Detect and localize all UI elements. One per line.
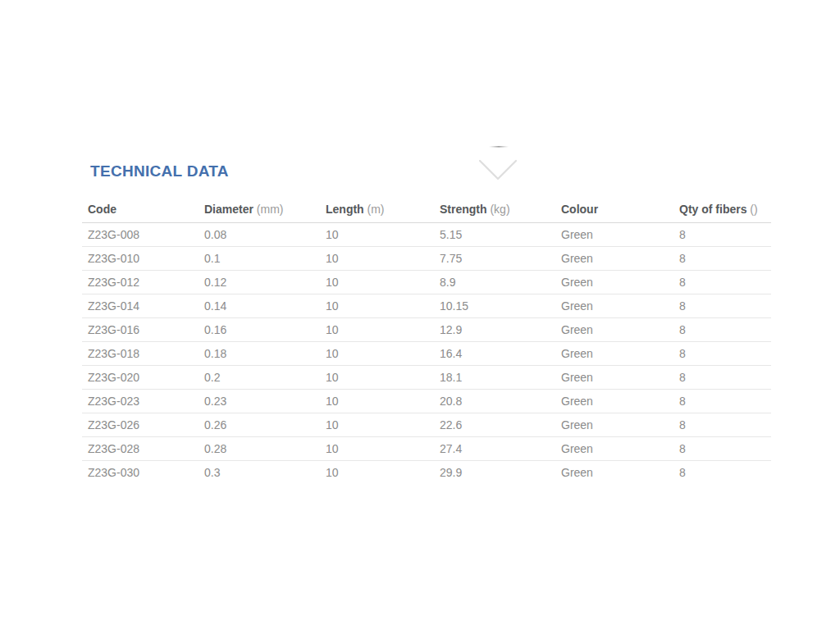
- cell-colour: Green: [555, 270, 673, 294]
- cell-code: Z23G-020: [82, 365, 199, 389]
- cell-diameter: 0.18: [199, 341, 320, 365]
- cell-colour: Green: [555, 365, 673, 389]
- cell-diameter: 0.16: [199, 317, 320, 341]
- cell-strength: 8.9: [434, 270, 555, 294]
- cell-colour: Green: [555, 460, 673, 484]
- column-header-length: Length (m): [320, 201, 434, 222]
- cell-length: 10: [320, 436, 434, 460]
- cell-qty: 8: [673, 389, 771, 413]
- column-header-code: Code: [82, 201, 199, 222]
- column-label: Length: [326, 203, 364, 216]
- cell-colour: Green: [555, 222, 673, 246]
- table-row: Z23G-030 0.3 10 29.9 Green 8: [82, 460, 771, 484]
- cell-strength: 22.6: [434, 413, 555, 436]
- cell-qty: 8: [673, 436, 771, 460]
- column-label: Code: [88, 203, 116, 216]
- table-row: Z23G-014 0.14 10 10.15 Green 8: [82, 294, 771, 317]
- cell-strength: 16.4: [434, 341, 555, 365]
- cell-length: 10: [320, 317, 434, 341]
- cell-length: 10: [320, 246, 434, 270]
- cell-code: Z23G-012: [82, 270, 199, 294]
- cell-qty: 8: [673, 365, 771, 389]
- cell-colour: Green: [555, 246, 673, 270]
- table-row: Z23G-020 0.2 10 18.1 Green 8: [82, 365, 771, 389]
- cell-diameter: 0.14: [199, 294, 320, 317]
- column-header-qty-of-fibers: Qty of fibers (): [673, 201, 771, 222]
- cell-strength: 27.4: [434, 436, 555, 460]
- table-row: Z23G-016 0.16 10 12.9 Green 8: [82, 317, 771, 341]
- cell-length: 10: [320, 222, 434, 246]
- chevron-down-icon: [474, 139, 522, 182]
- section-title: TECHNICAL DATA: [90, 162, 229, 180]
- table-header-row: Code Diameter (mm) Length (m) Strength (…: [82, 201, 771, 222]
- cell-code: Z23G-008: [82, 222, 199, 246]
- cell-strength: 18.1: [434, 365, 555, 389]
- cell-code: Z23G-016: [82, 317, 199, 341]
- cell-code: Z23G-026: [82, 413, 199, 436]
- cell-colour: Green: [555, 294, 673, 317]
- cell-length: 10: [320, 365, 434, 389]
- cell-length: 10: [320, 460, 434, 484]
- cell-colour: Green: [555, 341, 673, 365]
- column-unit: (mm): [257, 203, 284, 216]
- table-row: Z23G-010 0.1 10 7.75 Green 8: [82, 246, 771, 270]
- cell-qty: 8: [673, 246, 771, 270]
- cell-code: Z23G-010: [82, 246, 199, 270]
- column-header-colour: Colour: [555, 201, 673, 222]
- cell-qty: 8: [673, 413, 771, 436]
- cell-code: Z23G-023: [82, 389, 199, 413]
- cell-length: 10: [320, 389, 434, 413]
- table-row: Z23G-008 0.08 10 5.15 Green 8: [82, 222, 771, 246]
- cell-strength: 7.75: [434, 246, 555, 270]
- cell-diameter: 0.08: [199, 222, 320, 246]
- table-row: Z23G-012 0.12 10 8.9 Green 8: [82, 270, 771, 294]
- column-label: Colour: [561, 203, 598, 216]
- cell-qty: 8: [673, 270, 771, 294]
- column-header-diameter: Diameter (mm): [199, 201, 320, 222]
- cell-diameter: 0.12: [199, 270, 320, 294]
- cell-strength: 20.8: [434, 389, 555, 413]
- cell-length: 10: [320, 341, 434, 365]
- table-row: Z23G-023 0.23 10 20.8 Green 8: [82, 389, 771, 413]
- cell-qty: 8: [673, 317, 771, 341]
- cell-code: Z23G-028: [82, 436, 199, 460]
- cell-strength: 10.15: [434, 294, 555, 317]
- column-unit: (): [750, 203, 757, 216]
- cell-code: Z23G-014: [82, 294, 199, 317]
- table-row: Z23G-026 0.26 10 22.6 Green 8: [82, 413, 771, 436]
- cell-qty: 8: [673, 222, 771, 246]
- cell-code: Z23G-018: [82, 341, 199, 365]
- cell-diameter: 0.2: [199, 365, 320, 389]
- column-header-strength: Strength (kg): [434, 201, 555, 222]
- cell-diameter: 0.28: [199, 436, 320, 460]
- table-row: Z23G-018 0.18 10 16.4 Green 8: [82, 341, 771, 365]
- cell-colour: Green: [555, 413, 673, 436]
- cell-diameter: 0.23: [199, 389, 320, 413]
- table-row: Z23G-028 0.28 10 27.4 Green 8: [82, 436, 771, 460]
- product-technical-data-section: TECHNICAL DATA Code Diameter (mm) Length…: [0, 0, 840, 630]
- cell-length: 10: [320, 270, 434, 294]
- column-label: Strength: [440, 203, 487, 216]
- cell-colour: Green: [555, 389, 673, 413]
- technical-data-table: Code Diameter (mm) Length (m) Strength (…: [82, 201, 771, 484]
- cell-qty: 8: [673, 294, 771, 317]
- cell-strength: 29.9: [434, 460, 555, 484]
- cell-qty: 8: [673, 460, 771, 484]
- cell-diameter: 0.3: [199, 460, 320, 484]
- column-label: Qty of fibers: [679, 203, 746, 216]
- cell-length: 10: [320, 294, 434, 317]
- column-unit: (m): [368, 203, 385, 216]
- section-collapse-toggle[interactable]: [474, 139, 522, 182]
- cell-strength: 12.9: [434, 317, 555, 341]
- column-label: Diameter: [204, 203, 253, 216]
- cell-code: Z23G-030: [82, 460, 199, 484]
- cell-qty: 8: [673, 341, 771, 365]
- cell-diameter: 0.1: [199, 246, 320, 270]
- cell-strength: 5.15: [434, 222, 555, 246]
- cell-diameter: 0.26: [199, 413, 320, 436]
- cell-colour: Green: [555, 317, 673, 341]
- column-unit: (kg): [490, 203, 509, 216]
- cell-length: 10: [320, 413, 434, 436]
- cell-colour: Green: [555, 436, 673, 460]
